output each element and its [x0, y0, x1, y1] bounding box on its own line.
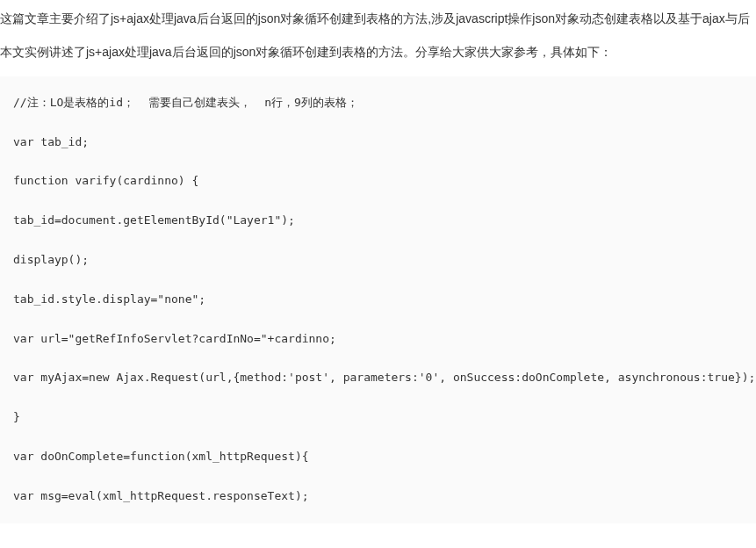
- code-line: function varify(cardinno) {: [13, 172, 743, 191]
- code-line: var url="getRefInfoServlet?cardInNo="+ca…: [13, 330, 743, 349]
- article-description: 本文实例讲述了js+ajax处理java后台返回的json对象循环创建到表格的方…: [0, 37, 756, 67]
- code-line: }: [13, 408, 743, 427]
- code-line: tab_id=document.getElementById("Layer1")…: [13, 212, 743, 230]
- code-block: //注：LO是表格的id； 需要自己创建表头， n行，9列的表格； var ta…: [0, 76, 756, 523]
- article-intro: 这篇文章主要介绍了js+ajax处理java后台返回的json对象循环创建到表格…: [0, 0, 756, 37]
- code-line: var doOnComplete=function(xml_httpReques…: [13, 448, 743, 466]
- code-line: var myAjax=new Ajax.Request(url,{method:…: [13, 369, 743, 387]
- description-text: 本文实例讲述了js+ajax处理java后台返回的json对象循环创建到表格的方…: [0, 45, 612, 59]
- code-line: tab_id.style.display="none";: [13, 291, 743, 309]
- code-line: var tab_id;: [13, 133, 743, 152]
- code-line: var msg=eval(xml_httpRequest.responseTex…: [13, 487, 743, 506]
- code-line: displayp();: [13, 251, 743, 270]
- intro-text: 这篇文章主要介绍了js+ajax处理java后台返回的json对象循环创建到表格…: [0, 11, 750, 25]
- code-line: //注：LO是表格的id； 需要自己创建表头， n行，9列的表格；: [13, 94, 743, 112]
